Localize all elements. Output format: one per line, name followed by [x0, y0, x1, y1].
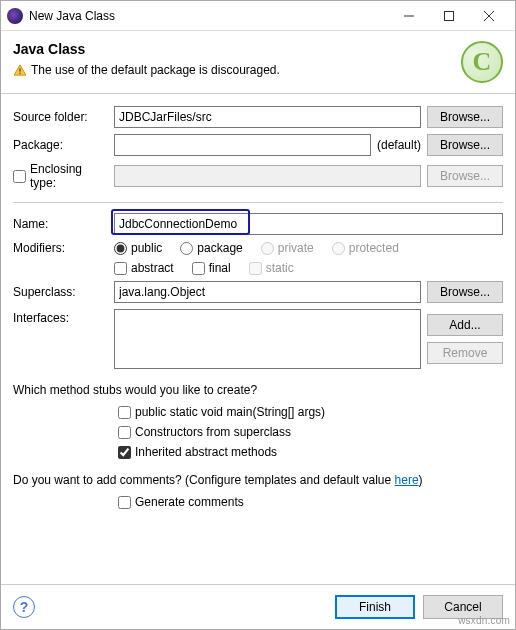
warning-text: The use of the default package is discou…: [31, 63, 280, 77]
maximize-icon: [444, 11, 454, 21]
package-default-suffix: (default): [377, 138, 421, 152]
remove-interface-button: Remove: [427, 342, 503, 364]
browse-package-button[interactable]: Browse...: [427, 134, 503, 156]
browse-enclosing-button: Browse...: [427, 165, 503, 187]
modifiers-label: Modifiers:: [13, 241, 108, 255]
superclass-input[interactable]: [114, 281, 421, 303]
configure-templates-link[interactable]: here: [395, 473, 419, 487]
package-input[interactable]: [114, 134, 371, 156]
title-bar: New Java Class: [1, 1, 515, 31]
checkbox-main[interactable]: [118, 406, 131, 419]
add-interface-button[interactable]: Add...: [427, 314, 503, 336]
minimize-icon: [404, 11, 414, 21]
warning-icon: [13, 64, 27, 76]
help-button[interactable]: ?: [13, 596, 35, 618]
page-title: Java Class: [13, 41, 461, 57]
browse-source-button[interactable]: Browse...: [427, 106, 503, 128]
svg-rect-5: [19, 68, 20, 71]
enclosing-type-checkbox[interactable]: [13, 170, 26, 183]
minimize-button[interactable]: [389, 2, 429, 30]
enclosing-type-check[interactable]: Enclosing type:: [13, 162, 108, 190]
source-folder-input[interactable]: [114, 106, 421, 128]
checkbox-inherited[interactable]: [118, 446, 131, 459]
modifier-public[interactable]: public: [114, 241, 162, 255]
interfaces-list[interactable]: [114, 309, 421, 369]
superclass-label: Superclass:: [13, 285, 108, 299]
name-input[interactable]: [114, 213, 503, 235]
modifier-protected: protected: [332, 241, 399, 255]
radio-private: [261, 242, 274, 255]
enclosing-type-input: [114, 165, 421, 187]
checkbox-final[interactable]: [192, 262, 205, 275]
radio-public[interactable]: [114, 242, 127, 255]
content-area: Source folder: Browse... Package: (defau…: [1, 94, 515, 584]
window-title: New Java Class: [29, 9, 389, 23]
watermark: wsxdn.com: [458, 615, 510, 626]
class-icon: C: [461, 41, 503, 83]
browse-superclass-button[interactable]: Browse...: [427, 281, 503, 303]
checkbox-static: [249, 262, 262, 275]
stub-inherited[interactable]: Inherited abstract methods: [118, 445, 503, 459]
close-button[interactable]: [469, 2, 509, 30]
modifier-package[interactable]: package: [180, 241, 242, 255]
separator: [13, 202, 503, 203]
radio-protected: [332, 242, 345, 255]
enclosing-type-label: Enclosing type:: [30, 162, 108, 190]
interfaces-label: Interfaces:: [13, 309, 108, 325]
modifier-final[interactable]: final: [192, 261, 231, 275]
stub-constructors[interactable]: Constructors from superclass: [118, 425, 503, 439]
eclipse-icon: [7, 8, 23, 24]
modifier-static: static: [249, 261, 294, 275]
modifier-abstract[interactable]: abstract: [114, 261, 174, 275]
close-icon: [484, 11, 494, 21]
stub-main[interactable]: public static void main(String[] args): [118, 405, 503, 419]
checkbox-abstract[interactable]: [114, 262, 127, 275]
package-label: Package:: [13, 138, 108, 152]
checkbox-constructors[interactable]: [118, 426, 131, 439]
modifier-private: private: [261, 241, 314, 255]
generate-comments[interactable]: Generate comments: [118, 495, 503, 509]
checkbox-generate-comments[interactable]: [118, 496, 131, 509]
finish-button[interactable]: Finish: [335, 595, 415, 619]
comments-question: Do you want to add comments? (Configure …: [13, 473, 503, 487]
name-label: Name:: [13, 217, 108, 231]
stubs-question: Which method stubs would you like to cre…: [13, 383, 503, 397]
svg-rect-1: [445, 11, 454, 20]
maximize-button[interactable]: [429, 2, 469, 30]
svg-rect-6: [19, 73, 20, 74]
radio-package[interactable]: [180, 242, 193, 255]
dialog-header: Java Class The use of the default packag…: [1, 31, 515, 94]
dialog-footer: ? Finish Cancel: [1, 584, 515, 629]
source-folder-label: Source folder:: [13, 110, 108, 124]
